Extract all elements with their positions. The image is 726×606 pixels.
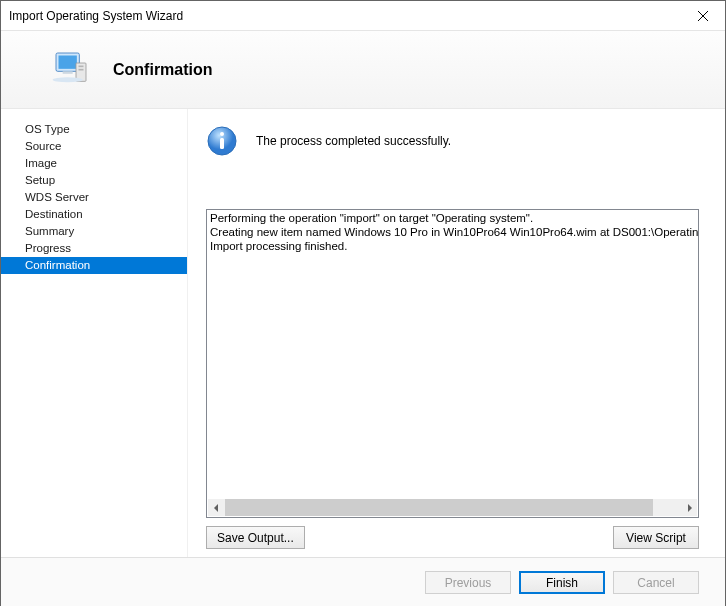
wizard-main-panel: The process completed successfully. Perf… bbox=[187, 109, 725, 557]
status-row: The process completed successfully. bbox=[206, 121, 699, 161]
wizard-footer: Previous Finish Cancel bbox=[1, 557, 725, 606]
svg-marker-12 bbox=[214, 504, 218, 512]
log-output[interactable]: Performing the operation "import" on tar… bbox=[206, 209, 699, 518]
sidebar-item-confirmation[interactable]: Confirmation bbox=[1, 257, 187, 274]
previous-button: Previous bbox=[425, 571, 511, 594]
close-icon bbox=[698, 11, 708, 21]
sidebar-item-wds-server[interactable]: WDS Server bbox=[1, 189, 187, 206]
horizontal-scrollbar[interactable] bbox=[208, 499, 697, 516]
svg-rect-8 bbox=[63, 71, 73, 74]
scroll-track[interactable] bbox=[225, 499, 680, 516]
status-text: The process completed successfully. bbox=[256, 134, 451, 148]
titlebar: Import Operating System Wizard bbox=[1, 1, 725, 31]
sidebar-item-destination[interactable]: Destination bbox=[1, 206, 187, 223]
log-line: Import processing finished. bbox=[210, 239, 698, 253]
save-output-button[interactable]: Save Output... bbox=[206, 526, 305, 549]
finish-button[interactable]: Finish bbox=[519, 571, 605, 594]
scroll-left-arrow[interactable] bbox=[208, 499, 225, 516]
close-button[interactable] bbox=[680, 1, 725, 30]
chevron-left-icon bbox=[213, 504, 221, 512]
log-content: Performing the operation "import" on tar… bbox=[210, 211, 698, 499]
wizard-header: Confirmation bbox=[1, 31, 725, 109]
svg-rect-6 bbox=[79, 69, 84, 71]
svg-marker-13 bbox=[688, 504, 692, 512]
view-script-button[interactable]: View Script bbox=[613, 526, 699, 549]
scroll-right-arrow[interactable] bbox=[680, 499, 697, 516]
svg-rect-3 bbox=[59, 56, 77, 69]
log-line: Performing the operation "import" on tar… bbox=[210, 211, 698, 225]
svg-point-7 bbox=[53, 77, 83, 82]
sidebar-item-summary[interactable]: Summary bbox=[1, 223, 187, 240]
window-title: Import Operating System Wizard bbox=[9, 9, 183, 23]
sidebar-item-image[interactable]: Image bbox=[1, 155, 187, 172]
svg-rect-11 bbox=[220, 138, 224, 149]
sidebar-item-os-type[interactable]: OS Type bbox=[1, 121, 187, 138]
scroll-thumb[interactable] bbox=[225, 499, 653, 516]
info-icon bbox=[206, 125, 238, 157]
svg-point-10 bbox=[220, 132, 224, 136]
page-title: Confirmation bbox=[113, 61, 213, 79]
sidebar-item-source[interactable]: Source bbox=[1, 138, 187, 155]
computer-icon bbox=[51, 48, 91, 91]
wizard-window: Import Operating System Wizard Confirmat… bbox=[0, 0, 726, 606]
log-button-row: Save Output... View Script bbox=[206, 526, 699, 549]
sidebar-item-setup[interactable]: Setup bbox=[1, 172, 187, 189]
log-line: Creating new item named Windows 10 Pro i… bbox=[210, 225, 698, 239]
cancel-button: Cancel bbox=[613, 571, 699, 594]
chevron-right-icon bbox=[685, 504, 693, 512]
wizard-steps-sidebar: OS Type Source Image Setup WDS Server De… bbox=[1, 109, 187, 557]
svg-rect-5 bbox=[79, 66, 84, 68]
sidebar-item-progress[interactable]: Progress bbox=[1, 240, 187, 257]
